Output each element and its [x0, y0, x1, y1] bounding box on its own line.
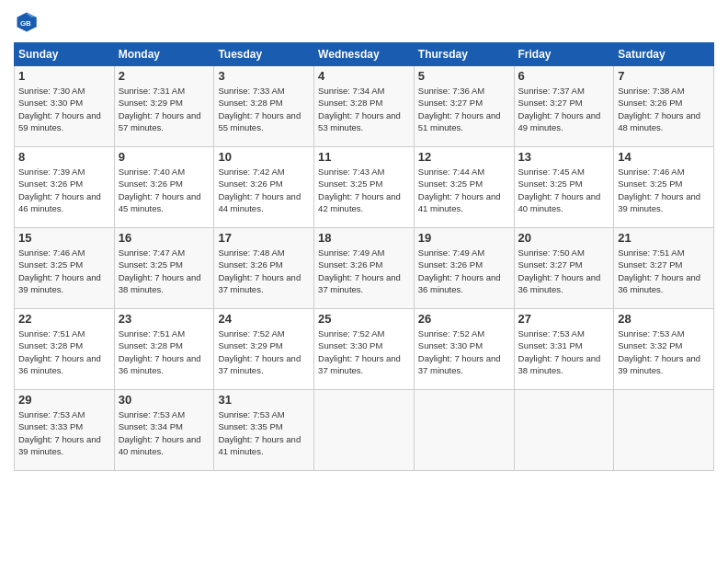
calendar-cell: 13Sunrise: 7:45 AMSunset: 3:25 PMDayligh… [514, 147, 614, 228]
calendar-cell: 12Sunrise: 7:44 AMSunset: 3:25 PMDayligh… [414, 147, 514, 228]
day-info: Sunrise: 7:30 AMSunset: 3:30 PMDaylight:… [18, 85, 110, 133]
week-row-4: 22Sunrise: 7:51 AMSunset: 3:28 PMDayligh… [15, 309, 714, 390]
day-info: Sunrise: 7:51 AMSunset: 3:28 PMDaylight:… [119, 327, 210, 376]
day-info: Sunrise: 7:53 AMSunset: 3:31 PMDaylight:… [518, 327, 610, 376]
week-row-5: 29Sunrise: 7:53 AMSunset: 3:33 PMDayligh… [15, 390, 714, 471]
day-number: 10 [218, 150, 310, 164]
calendar-cell: 4Sunrise: 7:34 AMSunset: 3:28 PMDaylight… [314, 66, 415, 147]
logo-icon: GB [14, 9, 40, 35]
calendar-cell: 1Sunrise: 7:30 AMSunset: 3:30 PMDaylight… [15, 66, 115, 147]
calendar-cell [514, 390, 614, 471]
weekday-tuesday: Tuesday [214, 43, 314, 66]
day-info: Sunrise: 7:53 AMSunset: 3:34 PMDaylight:… [119, 408, 210, 457]
calendar-cell [614, 390, 714, 471]
day-info: Sunrise: 7:45 AMSunset: 3:25 PMDaylight:… [518, 166, 610, 214]
day-info: Sunrise: 7:46 AMSunset: 3:25 PMDaylight:… [18, 247, 110, 295]
calendar-cell: 23Sunrise: 7:51 AMSunset: 3:28 PMDayligh… [114, 309, 214, 390]
day-number: 22 [18, 312, 110, 326]
day-info: Sunrise: 7:38 AMSunset: 3:26 PMDaylight:… [618, 85, 710, 133]
day-number: 23 [119, 312, 210, 326]
day-number: 31 [218, 393, 310, 407]
calendar-cell: 16Sunrise: 7:47 AMSunset: 3:25 PMDayligh… [114, 228, 214, 309]
day-info: Sunrise: 7:37 AMSunset: 3:27 PMDaylight:… [518, 85, 610, 133]
day-number: 30 [119, 393, 210, 407]
day-info: Sunrise: 7:50 AMSunset: 3:27 PMDaylight:… [518, 247, 610, 295]
day-info: Sunrise: 7:49 AMSunset: 3:26 PMDaylight:… [418, 247, 510, 295]
day-number: 3 [218, 69, 310, 83]
day-number: 17 [218, 231, 310, 245]
day-info: Sunrise: 7:52 AMSunset: 3:30 PMDaylight:… [318, 327, 410, 376]
calendar-cell: 22Sunrise: 7:51 AMSunset: 3:28 PMDayligh… [15, 309, 115, 390]
day-number: 7 [618, 69, 710, 83]
day-number: 6 [518, 69, 610, 83]
calendar-cell: 30Sunrise: 7:53 AMSunset: 3:34 PMDayligh… [114, 390, 214, 471]
weekday-sunday: Sunday [15, 43, 115, 66]
calendar-cell [414, 390, 514, 471]
day-number: 29 [18, 393, 110, 407]
day-info: Sunrise: 7:51 AMSunset: 3:27 PMDaylight:… [618, 247, 710, 295]
day-info: Sunrise: 7:46 AMSunset: 3:25 PMDaylight:… [618, 166, 710, 214]
day-info: Sunrise: 7:47 AMSunset: 3:25 PMDaylight:… [119, 247, 210, 295]
day-number: 5 [418, 69, 510, 83]
calendar-cell: 14Sunrise: 7:46 AMSunset: 3:25 PMDayligh… [614, 147, 714, 228]
day-info: Sunrise: 7:49 AMSunset: 3:26 PMDaylight:… [318, 247, 410, 295]
day-info: Sunrise: 7:52 AMSunset: 3:30 PMDaylight:… [418, 327, 510, 376]
day-info: Sunrise: 7:53 AMSunset: 3:33 PMDaylight:… [18, 408, 110, 457]
day-number: 12 [418, 150, 510, 164]
page-header: GB [14, 9, 714, 35]
weekday-wednesday: Wednesday [314, 43, 415, 66]
day-number: 1 [18, 69, 110, 83]
week-row-2: 8Sunrise: 7:39 AMSunset: 3:26 PMDaylight… [15, 147, 714, 228]
svg-marker-2 [31, 17, 36, 28]
week-row-1: 1Sunrise: 7:30 AMSunset: 3:30 PMDaylight… [15, 66, 714, 147]
day-info: Sunrise: 7:39 AMSunset: 3:26 PMDaylight:… [18, 166, 110, 214]
calendar-cell: 11Sunrise: 7:43 AMSunset: 3:25 PMDayligh… [314, 147, 415, 228]
day-number: 25 [318, 312, 410, 326]
day-number: 11 [318, 150, 410, 164]
day-info: Sunrise: 7:40 AMSunset: 3:26 PMDaylight:… [119, 166, 210, 214]
day-info: Sunrise: 7:52 AMSunset: 3:29 PMDaylight:… [218, 327, 310, 376]
calendar-cell: 27Sunrise: 7:53 AMSunset: 3:31 PMDayligh… [514, 309, 614, 390]
day-number: 19 [418, 231, 510, 245]
day-info: Sunrise: 7:33 AMSunset: 3:28 PMDaylight:… [218, 85, 310, 133]
weekday-thursday: Thursday [414, 43, 514, 66]
calendar-cell [314, 390, 415, 471]
day-number: 28 [618, 312, 710, 326]
day-number: 20 [518, 231, 610, 245]
calendar-cell: 26Sunrise: 7:52 AMSunset: 3:30 PMDayligh… [414, 309, 514, 390]
day-number: 15 [18, 231, 110, 245]
calendar-cell: 9Sunrise: 7:40 AMSunset: 3:26 PMDaylight… [114, 147, 214, 228]
day-info: Sunrise: 7:36 AMSunset: 3:27 PMDaylight:… [418, 85, 510, 133]
day-info: Sunrise: 7:44 AMSunset: 3:25 PMDaylight:… [418, 166, 510, 214]
day-number: 2 [119, 69, 210, 83]
day-number: 26 [418, 312, 510, 326]
day-info: Sunrise: 7:31 AMSunset: 3:29 PMDaylight:… [119, 85, 210, 133]
calendar-cell: 29Sunrise: 7:53 AMSunset: 3:33 PMDayligh… [15, 390, 115, 471]
day-info: Sunrise: 7:48 AMSunset: 3:26 PMDaylight:… [218, 247, 310, 295]
calendar-cell: 5Sunrise: 7:36 AMSunset: 3:27 PMDaylight… [414, 66, 514, 147]
day-number: 13 [518, 150, 610, 164]
day-number: 14 [618, 150, 710, 164]
day-number: 24 [218, 312, 310, 326]
calendar-cell: 15Sunrise: 7:46 AMSunset: 3:25 PMDayligh… [15, 228, 115, 309]
calendar-cell: 24Sunrise: 7:52 AMSunset: 3:29 PMDayligh… [214, 309, 314, 390]
day-info: Sunrise: 7:51 AMSunset: 3:28 PMDaylight:… [18, 327, 110, 376]
calendar-cell: 2Sunrise: 7:31 AMSunset: 3:29 PMDaylight… [114, 66, 214, 147]
calendar-cell: 25Sunrise: 7:52 AMSunset: 3:30 PMDayligh… [314, 309, 415, 390]
day-number: 4 [318, 69, 410, 83]
calendar-cell: 7Sunrise: 7:38 AMSunset: 3:26 PMDaylight… [614, 66, 714, 147]
day-info: Sunrise: 7:53 AMSunset: 3:32 PMDaylight:… [618, 327, 710, 376]
calendar-cell: 3Sunrise: 7:33 AMSunset: 3:28 PMDaylight… [214, 66, 314, 147]
day-number: 21 [618, 231, 710, 245]
calendar-cell: 31Sunrise: 7:53 AMSunset: 3:35 PMDayligh… [214, 390, 314, 471]
day-number: 27 [518, 312, 610, 326]
calendar-cell: 28Sunrise: 7:53 AMSunset: 3:32 PMDayligh… [614, 309, 714, 390]
calendar-cell: 21Sunrise: 7:51 AMSunset: 3:27 PMDayligh… [614, 228, 714, 309]
day-number: 18 [318, 231, 410, 245]
weekday-monday: Monday [114, 43, 214, 66]
day-info: Sunrise: 7:43 AMSunset: 3:25 PMDaylight:… [318, 166, 410, 214]
week-row-3: 15Sunrise: 7:46 AMSunset: 3:25 PMDayligh… [15, 228, 714, 309]
calendar-cell: 10Sunrise: 7:42 AMSunset: 3:26 PMDayligh… [214, 147, 314, 228]
weekday-header-row: SundayMondayTuesdayWednesdayThursdayFrid… [15, 43, 714, 66]
day-number: 8 [18, 150, 110, 164]
